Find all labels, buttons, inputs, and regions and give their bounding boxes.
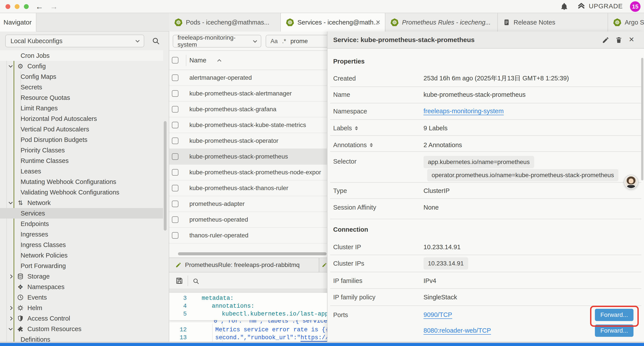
- sidebar-item-leases[interactable]: Leases: [0, 166, 163, 177]
- labels-count[interactable]: 9 Labels: [424, 124, 448, 132]
- table-row[interactable]: kube-prometheus-stack-alertmanager: [169, 86, 327, 102]
- sidebar-scrollbar[interactable]: [164, 121, 166, 231]
- maximize-window-button[interactable]: [24, 4, 29, 9]
- sidebar-group-storage[interactable]: Storage: [0, 271, 163, 282]
- row-checkbox[interactable]: [172, 232, 178, 239]
- sidebar-item-priority-classes[interactable]: Priority Classes: [0, 145, 163, 155]
- yaml-editor[interactable]: 0", for: "hm", labels :{ service : 3meta…: [169, 293, 327, 346]
- sidebar-item-secrets[interactable]: Secrets: [0, 82, 163, 92]
- row-checkbox[interactable]: [172, 185, 178, 191]
- close-window-button[interactable]: [6, 4, 10, 9]
- name-column-header[interactable]: Name: [190, 57, 206, 64]
- horizontal-scrollbar[interactable]: [178, 252, 326, 255]
- table-row[interactable]: alertmanager-operated: [169, 70, 327, 86]
- sidebar-item-services[interactable]: Services: [0, 208, 163, 219]
- upgrade-button[interactable]: UPGRADE: [577, 2, 623, 10]
- search-icon[interactable]: [152, 37, 160, 45]
- tab-services[interactable]: ☸ Services - icecheng@math... ✕: [281, 13, 385, 31]
- annotations-count[interactable]: 2 Annotations: [424, 141, 462, 149]
- row-checkbox[interactable]: [172, 201, 178, 207]
- tab-navigator[interactable]: Navigator: [0, 13, 36, 31]
- editor-tab-next[interactable]: [320, 258, 327, 272]
- sidebar-item-runtime-classes[interactable]: Runtime Classes: [0, 155, 163, 166]
- tab-argo[interactable]: ☸ Argo Se: [608, 13, 644, 31]
- sidebar-group-network[interactable]: ⇅ Network: [0, 198, 163, 208]
- table-row-selected[interactable]: kube-prometheus-stack-prometheus: [169, 149, 327, 165]
- sidebar-item-events[interactable]: Events: [0, 292, 163, 303]
- port-link[interactable]: 9090/TCP: [424, 311, 452, 319]
- code-link[interactable]: https://net: [300, 335, 327, 342]
- sidebar-item-config-maps[interactable]: Config Maps: [0, 71, 163, 82]
- row-checkbox[interactable]: [172, 122, 178, 128]
- save-icon[interactable]: [175, 277, 183, 285]
- table-row[interactable]: kube-prometheus-stack-grafana: [169, 102, 327, 117]
- row-checkbox[interactable]: [172, 74, 178, 81]
- sort-ascending-icon[interactable]: [217, 59, 221, 63]
- expand-collapse-icon[interactable]: [355, 126, 358, 130]
- close-tab-icon[interactable]: ✕: [376, 19, 380, 26]
- table-row[interactable]: kube-prometheus-stack-kube-state-metrics: [169, 117, 327, 133]
- editor-tab-prometheusrule[interactable]: PrometheusRule: freeleaps-prod-rabbitmq: [169, 258, 319, 272]
- table-row[interactable]: thanos-ruler-operated: [169, 228, 327, 244]
- tab-pods[interactable]: ☸ Pods - icecheng@mathmas...: [169, 13, 281, 31]
- sidebar-group-custom-resources[interactable]: Custom Resources: [0, 324, 163, 334]
- sidebar-group-access-control[interactable]: Access Control: [0, 313, 163, 324]
- avatar[interactable]: [624, 175, 638, 189]
- row-checkbox[interactable]: [172, 153, 178, 160]
- tab-release-notes[interactable]: Release Notes: [498, 13, 608, 31]
- sidebar-item-endpoints[interactable]: Endpoints: [0, 219, 163, 229]
- select-all-checkbox[interactable]: [172, 57, 178, 63]
- services-toolbar: freeleaps-monitoring-system Aa .*: [169, 31, 327, 51]
- sidebar-item-namespaces[interactable]: ❖ Namespaces: [0, 282, 163, 292]
- sidebar-item-network-policies[interactable]: Network Policies: [0, 250, 163, 261]
- sidebar-item-mutating-webhook-configurations[interactable]: Mutating Webhook Configurations: [0, 177, 163, 187]
- kubeconfig-selector[interactable]: Local Kubeconfigs: [5, 34, 144, 47]
- sidebar-item-ingress-classes[interactable]: Ingress Classes: [0, 240, 163, 250]
- namespace-filter-dropdown[interactable]: freeleaps-monitoring-system: [173, 35, 261, 47]
- port-link[interactable]: 8080:reloader-web/TCP: [424, 327, 491, 335]
- editor-search-icon[interactable]: [192, 278, 200, 285]
- sidebar-item-validating-webhook-configurations[interactable]: Validating Webhook Configurations: [0, 187, 163, 198]
- table-row[interactable]: kube-prometheus-stack-operator: [169, 133, 327, 149]
- table-row[interactable]: prometheus-adapter: [169, 196, 327, 212]
- delete-trash-icon[interactable]: [615, 36, 622, 44]
- search-input[interactable]: [290, 38, 323, 45]
- namespace-link[interactable]: freeleaps-monitoring-system: [424, 107, 504, 115]
- notifications-bell-icon[interactable]: [560, 3, 568, 10]
- detail-scrollbar[interactable]: [641, 58, 643, 180]
- back-arrow-icon[interactable]: ←: [36, 1, 44, 12]
- sidebar-item-vertical-pod-autoscalers[interactable]: Vertical Pod Autoscalers: [0, 124, 163, 134]
- minimize-window-button[interactable]: [15, 4, 20, 9]
- forward-arrow-icon[interactable]: →: [50, 1, 58, 12]
- sidebar-group-helm[interactable]: Helm: [0, 303, 163, 313]
- row-checkbox[interactable]: [172, 137, 178, 144]
- upgrade-label: UPGRADE: [589, 2, 623, 10]
- table-row[interactable]: prometheus-operated: [169, 212, 327, 228]
- row-checkbox[interactable]: [172, 106, 178, 113]
- sidebar-item-cron-jobs[interactable]: Cron Jobs: [0, 50, 163, 61]
- selector-chip: operator.prometheus.io/name=kube-prometh…: [427, 169, 618, 181]
- status-bar-accent: [0, 343, 644, 346]
- sidebar-item-pod-disruption-budgets[interactable]: Pod Disruption Budgets: [0, 134, 163, 145]
- sidebar-group-config[interactable]: ⚙ Config: [0, 61, 163, 71]
- navigator-panel: Local Kubeconfigs Cron Jobs ⚙ Config Con…: [0, 31, 169, 346]
- match-case-toggle[interactable]: Aa: [270, 38, 278, 45]
- sidebar-item-ingresses[interactable]: Ingresses: [0, 229, 163, 240]
- detail-header: Service: kube-prometheus-stack-prometheu…: [328, 31, 644, 49]
- sidebar-item-port-forwarding[interactable]: Port Forwarding: [0, 261, 163, 271]
- regex-toggle[interactable]: .*: [282, 38, 286, 45]
- row-checkbox[interactable]: [172, 169, 178, 176]
- edit-pencil-icon[interactable]: [602, 36, 609, 44]
- sidebar-item-resource-quotas[interactable]: Resource Quotas: [0, 92, 163, 103]
- row-checkbox[interactable]: [172, 90, 178, 97]
- notification-count-badge[interactable]: 15: [630, 1, 640, 12]
- table-row[interactable]: kube-prometheus-stack-prometheus-node-ex…: [169, 165, 327, 180]
- row-checkbox[interactable]: [172, 216, 178, 223]
- sidebar-item-limit-ranges[interactable]: Limit Ranges: [0, 103, 163, 113]
- tab-prometheus-rules[interactable]: ☸ Prometheus Rules - icecheng...: [385, 13, 498, 31]
- ip-families-value: IPv4: [424, 277, 436, 285]
- table-row[interactable]: kube-prometheus-stack-thanos-ruler: [169, 180, 327, 196]
- sidebar-item-horizontal-pod-autoscalers[interactable]: Horizontal Pod Autoscalers: [0, 113, 163, 124]
- close-icon[interactable]: ✕: [629, 35, 634, 43]
- expand-collapse-icon[interactable]: [370, 143, 373, 147]
